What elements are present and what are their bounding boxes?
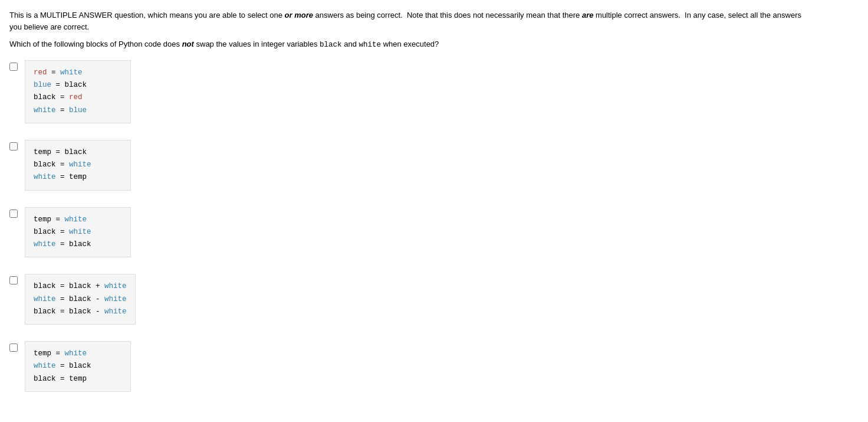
code-block-3: temp = white black = white white = black: [25, 207, 131, 258]
intro-paragraph: This is a MULTIPLE ANSWER question, whic…: [9, 9, 811, 32]
code-block-4: black = black + white white = black - wh…: [25, 274, 136, 325]
code-line: white = black - white: [34, 293, 127, 306]
code-line: white = black: [34, 360, 122, 372]
question-text: Which of the following blocks of Python …: [9, 38, 859, 51]
code-line: temp = white: [34, 348, 122, 360]
code-line: white = black: [34, 238, 122, 251]
answer-option-5: temp = white white = black black = temp: [9, 341, 859, 392]
code-line: black = white: [34, 226, 122, 238]
code-line: temp = white: [34, 214, 122, 226]
answer-option-3: temp = white black = white white = black: [9, 207, 859, 258]
code-block-5: temp = white white = black black = temp: [25, 341, 131, 392]
code-line: red = white: [34, 67, 122, 79]
code-line: white = blue: [34, 104, 122, 117]
checkbox-4[interactable]: [9, 276, 18, 284]
code-line: white = temp: [34, 171, 122, 184]
checkbox-2[interactable]: [9, 142, 18, 151]
code-block-1: red = white blue = black black = red whi…: [25, 60, 131, 123]
checkbox-5[interactable]: [9, 344, 18, 352]
code-line: black = black - white: [34, 306, 127, 318]
code-line: black = black + white: [34, 280, 127, 293]
checkbox-1[interactable]: [9, 63, 18, 71]
answer-option-2: temp = black black = white white = temp: [9, 140, 859, 191]
code-line: black = white: [34, 159, 122, 171]
code-line: blue = black: [34, 79, 122, 91]
code-line: temp = black: [34, 146, 122, 159]
code-block-2: temp = black black = white white = temp: [25, 140, 131, 191]
answer-option-4: black = black + white white = black - wh…: [9, 274, 859, 325]
checkbox-3[interactable]: [9, 210, 18, 218]
code-line: black = red: [34, 91, 122, 104]
code-line: black = temp: [34, 373, 122, 385]
answer-option-1: red = white blue = black black = red whi…: [9, 60, 859, 123]
